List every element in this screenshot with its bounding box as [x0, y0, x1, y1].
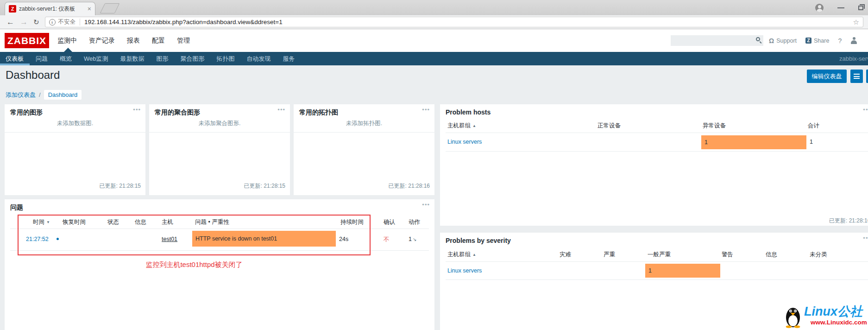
tab-title: zabbix-server1: 仪表板 — [19, 5, 85, 13]
subnav-web[interactable]: Web监测 — [78, 52, 114, 65]
watermark-site: www.Linuxidc.com — [811, 319, 867, 326]
problem-actions-count[interactable]: 1 — [409, 236, 416, 242]
table-line — [10, 250, 429, 251]
column-header-host-group[interactable]: 主机群组 — [447, 122, 476, 130]
dashboard-extra-button[interactable] — [866, 70, 868, 83]
host-group-link[interactable]: Linux servers — [447, 139, 482, 145]
page-info-icon[interactable] — [49, 19, 56, 25]
support-link[interactable]: Support — [769, 37, 797, 44]
user-icon — [850, 37, 857, 44]
widget-divider — [5, 132, 145, 133]
subnav-graphs[interactable]: 图形 — [151, 52, 175, 65]
nav-inventory[interactable]: 资产记录 — [89, 37, 115, 45]
widget-menu-icon[interactable] — [863, 106, 868, 113]
nav-administration[interactable]: 管理 — [177, 37, 190, 45]
subnav-dashboard[interactable]: 仪表板 — [0, 52, 30, 65]
actions-count-value: 1 — [409, 236, 412, 242]
column-header-time[interactable]: 时间 — [33, 218, 50, 226]
window-controls — [815, 0, 863, 15]
widget-title: Problems by severity — [446, 237, 511, 244]
widget-menu-icon[interactable] — [133, 106, 141, 113]
column-header-disaster: 灾难 — [560, 251, 571, 259]
url-text[interactable]: 192.168.144.113/zabbix/zabbix.php?action… — [84, 19, 283, 25]
hamburger-icon — [854, 74, 860, 79]
column-header-warning: 警告 — [722, 251, 733, 259]
window-restore-icon[interactable] — [858, 6, 863, 10]
dashboard-menu-button[interactable] — [850, 70, 863, 83]
subnav-discovery[interactable]: 自动发现 — [241, 52, 277, 65]
problem-time-link[interactable]: 21:27:52 — [26, 236, 49, 242]
breadcrumb: 添加仪表盘 / Dashboard — [6, 90, 82, 100]
widget-menu-icon[interactable] — [863, 235, 868, 241]
new-tab-button[interactable] — [100, 3, 120, 13]
zabbix-header: ZABBIX 监测中 资产记录 报表 配置 管理 Support Z Share… — [0, 29, 868, 52]
watermark-brand: Linux公社 — [804, 305, 867, 319]
problem-ack-link[interactable]: 不 — [384, 236, 390, 244]
breadcrumb-separator: / — [39, 91, 41, 98]
breadcrumb-current-dashboard[interactable]: Dashboard — [44, 90, 82, 100]
window-minimize-icon[interactable] — [837, 7, 844, 8]
help-link[interactable]: ? — [838, 37, 842, 44]
subnav-problems[interactable]: 问题 — [30, 52, 54, 65]
browser-tab[interactable]: Z zabbix-server1: 仪表板 — [5, 2, 95, 15]
tab-close-icon[interactable] — [88, 6, 91, 12]
widget-menu-icon[interactable] — [277, 106, 285, 113]
column-header-actions: 动作 — [409, 218, 420, 226]
browser-address-bar: 不安全 192.168.144.113/zabbix/zabbix.php?ac… — [0, 15, 868, 29]
breadcrumb-add-dashboard[interactable]: 添加仪表盘 — [6, 91, 36, 99]
nav-reports[interactable]: 报表 — [127, 37, 140, 45]
widget-updated-label: 已更新: 21:28:15 — [244, 182, 285, 190]
widget-title: Problem hosts — [446, 108, 491, 116]
column-header-with-problems: 异常设备 — [703, 122, 726, 130]
browser-tab-strip: Z zabbix-server1: 仪表板 — [0, 0, 868, 15]
browser-forward-icon[interactable] — [20, 18, 28, 26]
zabbix-logo[interactable]: ZABBIX — [5, 33, 49, 48]
widget-title: 问题 — [10, 203, 23, 212]
host-group-link[interactable]: Linux servers — [447, 267, 482, 274]
browser-reload-icon[interactable] — [33, 19, 39, 25]
browser-back-icon[interactable] — [6, 18, 14, 26]
problem-host-link[interactable]: test01 — [162, 236, 177, 242]
nav-configuration[interactable]: 配置 — [152, 37, 165, 45]
subnav-latest-data[interactable]: 最新数据 — [114, 52, 151, 65]
column-header-ack: 确认 — [384, 218, 395, 226]
column-header-total: 合计 — [808, 122, 819, 130]
watermark-text: Linux公社 www.Linuxidc.com — [804, 305, 867, 326]
bookmark-star-icon[interactable] — [853, 18, 859, 26]
column-header-info: 信息 — [766, 251, 777, 259]
header-links: Support Z Share ? — [769, 29, 857, 52]
subnav-screens[interactable]: 聚合图形 — [175, 52, 211, 65]
total-count: 1 — [810, 139, 813, 145]
column-header-high: 严重 — [604, 251, 615, 259]
search-input[interactable] — [671, 35, 763, 46]
edit-dashboard-button[interactable]: 编辑仪表盘 — [807, 70, 847, 83]
widget-divider — [149, 132, 290, 133]
sub-nav: 仪表板 问题 概览 Web监测 最新数据 图形 聚合图形 拓扑图 自动发现 服务 — [0, 52, 868, 65]
subnav-maps[interactable]: 拓扑图 — [211, 52, 241, 65]
problem-duration: 24s — [339, 236, 348, 242]
subnav-services[interactable]: 服务 — [277, 52, 301, 65]
url-box[interactable]: 不安全 192.168.144.113/zabbix/zabbix.php?ac… — [45, 17, 863, 27]
column-header-recovery-time: 恢复时间 — [63, 218, 86, 226]
column-header-duration: 持续时间 — [340, 218, 364, 226]
zabbix-favicon-icon: Z — [9, 5, 16, 13]
widget-updated-label: 已更新: 21:28:16 — [829, 217, 868, 225]
widget-title: 常用的聚合图形 — [155, 108, 200, 117]
widget-menu-icon[interactable] — [422, 106, 430, 113]
average-severity-count-badge: 1 — [645, 264, 720, 278]
server-name-label: zabbix-server1 — [839, 52, 868, 65]
profile-link[interactable] — [850, 37, 857, 44]
unresolved-problem-dot-icon[interactable] — [57, 238, 59, 240]
subnav-overview[interactable]: 概览 — [54, 52, 78, 65]
security-label: 不安全 — [58, 18, 76, 26]
widget-menu-icon[interactable] — [422, 201, 430, 208]
column-header-not-classified: 未分类 — [810, 251, 827, 259]
nav-monitoring[interactable]: 监测中 — [57, 37, 77, 45]
action-arrow-icon — [413, 237, 416, 242]
column-header-host-group[interactable]: 主机群组 — [447, 251, 476, 259]
share-link[interactable]: Z Share — [805, 38, 829, 44]
browser-profile-icon[interactable] — [815, 4, 824, 12]
headset-icon — [769, 37, 774, 44]
problem-name-severity-cell[interactable]: HTTP service is down on test01 — [192, 231, 336, 247]
table-line — [446, 261, 868, 262]
